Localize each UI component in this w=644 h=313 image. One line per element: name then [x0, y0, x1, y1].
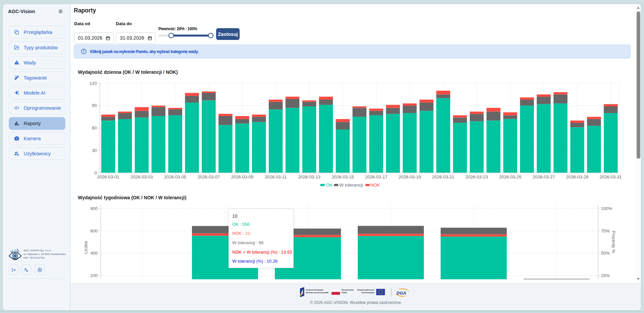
- svg-text:400: 400: [90, 251, 98, 256]
- svg-text:30: 30: [92, 148, 97, 153]
- svg-text:NOK: NOK: [370, 182, 380, 188]
- svg-text:2026-03-13: 2026-03-13: [298, 174, 320, 179]
- svg-text:50%: 50%: [601, 251, 610, 256]
- svg-text:90: 90: [92, 103, 97, 108]
- svg-text:2026-03-07: 2026-03-07: [198, 174, 220, 179]
- svg-text:2026-03-15: 2026-03-15: [332, 174, 354, 179]
- svg-text:60: 60: [92, 125, 97, 131]
- svg-text:2026-03-21: 2026-03-21: [432, 174, 454, 179]
- svg-text:2026-03-27: 2026-03-27: [533, 174, 555, 179]
- svg-text:Rzeczpospolita: Rzeczpospolita: [342, 289, 354, 291]
- svg-text:Dofinansowane przez: Dofinansowane przez: [357, 289, 375, 291]
- svg-text:800: 800: [90, 206, 98, 211]
- svg-text:2026-03-11: 2026-03-11: [265, 174, 287, 179]
- svg-text:2026-03-23: 2026-03-23: [465, 174, 488, 179]
- svg-text:Unię Europejską: Unię Europejską: [361, 292, 375, 294]
- svg-text:75%: 75%: [601, 228, 610, 233]
- svg-text:2026-03-05: 2026-03-05: [164, 174, 187, 179]
- svg-text:Fundusze Europejskie: Fundusze Europejskie: [306, 289, 323, 291]
- svg-text:120: 120: [90, 81, 97, 86]
- svg-text:2026-03-09: 2026-03-09: [231, 174, 254, 179]
- svg-text:dla Nowoczesnej Gospodarki: dla Nowoczesnej Gospodarki: [306, 292, 329, 294]
- svg-text:2026-03-17: 2026-03-17: [365, 174, 388, 179]
- svg-text:2026-03-25: 2026-03-25: [499, 174, 522, 179]
- svg-text:0: 0: [94, 170, 97, 175]
- svg-text:W tolerancji: W tolerancji: [339, 182, 363, 188]
- svg-text:200: 200: [90, 273, 98, 278]
- svg-text:DGA: DGA: [397, 291, 406, 296]
- svg-text:25%: 25%: [601, 273, 610, 278]
- svg-text:2026-03-31: 2026-03-31: [600, 174, 622, 179]
- svg-text:600: 600: [90, 228, 98, 233]
- svg-text:Polska: Polska: [342, 292, 347, 294]
- svg-text:2026-03-19: 2026-03-19: [399, 174, 421, 179]
- svg-text:2026-03-29: 2026-03-29: [566, 174, 589, 179]
- svg-text:2026-03-01: 2026-03-01: [97, 174, 119, 179]
- svg-text:2026-03-03: 2026-03-03: [131, 174, 153, 179]
- svg-text:100%: 100%: [601, 206, 612, 211]
- svg-text:OK: OK: [326, 182, 333, 188]
